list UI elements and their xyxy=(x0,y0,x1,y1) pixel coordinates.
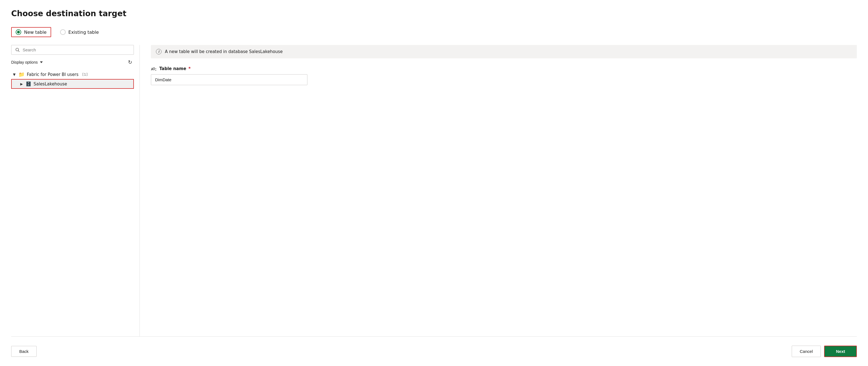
lakehouse-chevron-icon: ▶ xyxy=(20,82,24,86)
left-panel: Display options ↻ ▼ 📁 Fabric for Power B… xyxy=(11,45,140,336)
workspace-name: Fabric for Power BI users xyxy=(27,72,79,77)
lakehouse-db-icon: 🗄️ xyxy=(26,81,31,87)
tree-area: ▼ 📁 Fabric for Power BI users [1] ▶ 🗄️ S… xyxy=(11,70,134,336)
workspace-chevron-icon: ▼ xyxy=(12,73,16,76)
radio-group: New table Existing table xyxy=(11,27,857,37)
refresh-icon: ↻ xyxy=(128,60,132,65)
radio-circle-new xyxy=(16,29,21,35)
back-button[interactable]: Back xyxy=(11,346,37,357)
radio-circle-existing xyxy=(60,29,66,35)
svg-text:C: C xyxy=(155,68,156,71)
info-icon: i xyxy=(156,49,161,55)
info-banner: i A new table will be created in databas… xyxy=(151,45,857,58)
table-name-label-row: A B C Table name * xyxy=(151,66,857,71)
tree-lakehouse-item[interactable]: ▶ 🗄️ SalesLakehouse xyxy=(11,79,134,89)
search-input[interactable] xyxy=(23,47,130,52)
page-title: Choose destination target xyxy=(11,9,857,18)
main-content: Display options ↻ ▼ 📁 Fabric for Power B… xyxy=(11,45,857,336)
table-name-section: A B C Table name * xyxy=(151,66,857,85)
search-icon xyxy=(16,48,20,52)
right-panel: i A new table will be created in databas… xyxy=(140,45,857,336)
workspace-badge: [1] xyxy=(83,72,88,76)
radio-new-table[interactable]: New table xyxy=(11,27,51,37)
cancel-button[interactable]: Cancel xyxy=(792,345,821,357)
required-star: * xyxy=(188,66,191,71)
right-buttons: Cancel Next xyxy=(792,345,857,357)
table-name-label-text: Table name xyxy=(159,66,186,71)
abc-icon: A B C xyxy=(151,66,157,71)
svg-line-1 xyxy=(19,51,20,52)
display-options-row: Display options ↻ xyxy=(11,59,134,66)
search-box-container xyxy=(11,45,134,55)
table-name-input[interactable] xyxy=(151,74,307,85)
bottom-bar: Back Cancel Next xyxy=(11,336,857,357)
display-options-label: Display options xyxy=(11,60,38,65)
chevron-down-icon xyxy=(40,61,43,63)
info-banner-text: A new table will be created in database … xyxy=(165,49,282,54)
tree-workspace-item[interactable]: ▼ 📁 Fabric for Power BI users [1] xyxy=(11,70,134,79)
workspace-folder-icon: 📁 xyxy=(19,71,25,77)
radio-existing-table[interactable]: Existing table xyxy=(60,29,99,35)
display-options-button[interactable]: Display options xyxy=(11,60,43,65)
refresh-button[interactable]: ↻ xyxy=(126,59,134,66)
lakehouse-name: SalesLakehouse xyxy=(34,81,67,87)
radio-existing-table-label: Existing table xyxy=(68,30,99,35)
next-button[interactable]: Next xyxy=(824,345,857,357)
radio-new-table-label: New table xyxy=(24,30,47,35)
